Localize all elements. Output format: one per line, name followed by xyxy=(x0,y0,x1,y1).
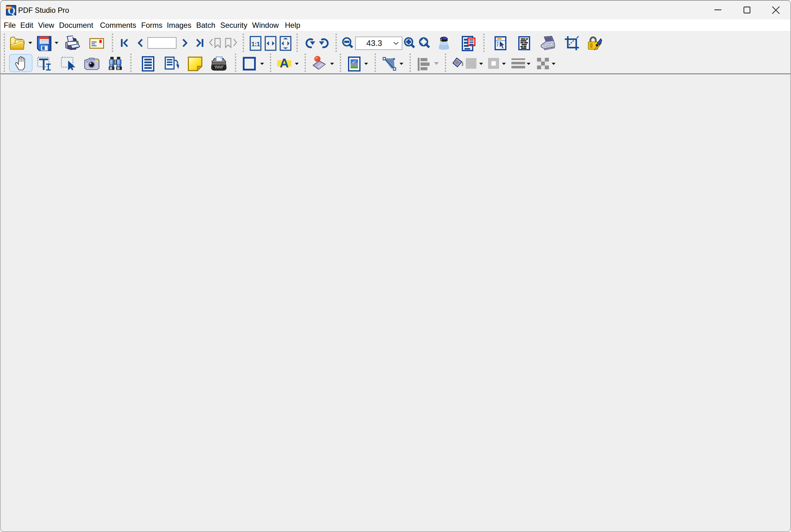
svg-text:1:1: 1:1 xyxy=(251,40,260,48)
svg-text:PDF: PDF xyxy=(6,6,11,9)
